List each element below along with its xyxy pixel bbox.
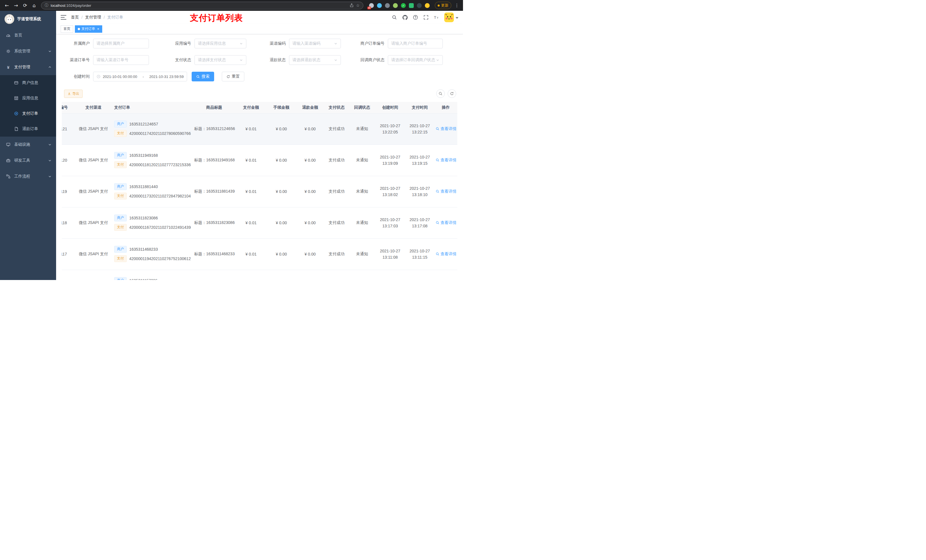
notify-status	[349, 270, 375, 280]
extension-icon-5[interactable]: ✓	[401, 3, 406, 8]
orders-table: 编号 支付渠道 支付订单 商品标题 支付金额 手续金额 退款金额 支付状态 回调…	[62, 102, 457, 280]
view-detail-link[interactable]: 查看详情	[436, 158, 457, 163]
create-time-range-picker[interactable]: 2021-10-01 00:00:00 - 2021-10-31 23:59:5…	[93, 72, 187, 82]
filter-label: 所属商户	[62, 41, 93, 46]
refund-amount: ¥ 0.00	[296, 176, 324, 207]
product-title: 标题：1635311468233	[193, 238, 236, 270]
dashboard-icon	[6, 33, 11, 38]
filter-label: 应用编号	[149, 41, 195, 46]
channel-code-select[interactable]: 请输入渠道编码	[289, 39, 341, 48]
view-detail-link[interactable]: 查看详情	[436, 220, 457, 225]
actions-cell: 查看详情	[434, 207, 457, 238]
search-button[interactable]: 搜索	[192, 72, 214, 82]
pay-status-select[interactable]: 请选择支付状态	[195, 55, 246, 65]
app-logo[interactable]: 芋道管理系统	[0, 11, 56, 27]
view-detail-link[interactable]: 查看详情	[436, 126, 457, 131]
sidebar-item-app-info[interactable]: 应用信息	[0, 91, 56, 106]
browser-back-icon[interactable]: ←	[3, 2, 11, 9]
github-icon[interactable]	[402, 15, 408, 20]
order-id	[62, 270, 75, 280]
tab-home[interactable]: 首页	[61, 25, 73, 33]
app-select[interactable]: 请选择应用信息	[195, 39, 246, 48]
sidebar-item-refund-order[interactable]: 退款订单	[0, 121, 56, 137]
browser-home-icon[interactable]: ⌂	[30, 2, 38, 9]
extension-icons: 10 ✓	[366, 3, 433, 8]
pay-status: 支付成功	[324, 207, 349, 238]
sidebar-item-label: 退款订单	[22, 126, 38, 131]
view-detail-link[interactable]: 查看详情	[436, 189, 457, 194]
sidebar-item-pay-order[interactable]: 支付订单	[0, 106, 56, 121]
sidebar-item-infra[interactable]: 基础设施	[0, 137, 56, 152]
yen-icon: ¥	[6, 65, 11, 70]
hamburger-icon[interactable]	[61, 15, 67, 20]
col-pay-time: 支付时间	[405, 102, 434, 113]
sidebar-item-home[interactable]: 首页	[0, 27, 56, 43]
col-refund: 退款金额	[296, 102, 324, 113]
extension-icon-8[interactable]	[425, 3, 430, 8]
browser-forward-icon[interactable]: →	[12, 2, 20, 9]
extension-icon-4[interactable]	[393, 3, 398, 8]
sidebar-item-payment[interactable]: ¥ 支付管理	[0, 59, 56, 75]
help-icon[interactable]	[413, 15, 418, 20]
search-icon[interactable]	[392, 15, 397, 20]
sidebar-item-label: 研发工具	[14, 158, 30, 163]
create-time-cell: 2021-10-2713:11:08	[375, 238, 405, 270]
tab-close-icon[interactable]: ×	[97, 27, 99, 31]
chevron-down-icon	[239, 58, 243, 62]
table-row: 119 微信 JSAPI 支付 商户 1635311881440 支付 4200…	[62, 176, 457, 207]
notify-status: 未通知	[349, 238, 375, 270]
sidebar-item-label: 首页	[14, 33, 22, 38]
channel-order-no-input[interactable]: 请输入渠道订单号	[93, 55, 149, 65]
view-detail-link[interactable]: 查看详情	[436, 252, 457, 257]
notify-status-select[interactable]: 请选择订单回调商户状态	[388, 55, 443, 65]
reset-button[interactable]: 重置	[222, 72, 244, 82]
extension-icon-3[interactable]	[385, 3, 390, 8]
pay-order-cell: 商户 1635311881440 支付 42000011732021102728…	[112, 176, 193, 207]
sidebar-item-system[interactable]: 系统管理	[0, 43, 56, 59]
gear-icon	[6, 49, 11, 54]
share-icon[interactable]	[350, 3, 354, 8]
bookmark-star-icon[interactable]: ☆	[356, 3, 360, 8]
pay-channel: 微信 JSAPI 支付	[75, 145, 112, 176]
sidebar-item-workflow[interactable]: 工作流程	[0, 169, 56, 184]
chevron-down-icon	[334, 42, 337, 45]
export-button[interactable]: 导出	[64, 90, 83, 98]
pay-amount: ¥ 0.01	[236, 238, 266, 270]
pay-amount: ¥ 0.01	[236, 176, 266, 207]
browser-reload-icon[interactable]: ⟳	[21, 2, 29, 9]
extension-icon-7[interactable]	[417, 3, 422, 8]
sidebar-item-label: 支付管理	[14, 65, 30, 70]
pay-time-cell: 2021-10-2713:22:15	[405, 113, 434, 145]
merchant-order-no-input[interactable]: 请输入商户订单编号	[388, 39, 443, 48]
browser-url-bar[interactable]: ⓘ localhost:1024/pay/order ☆	[41, 2, 363, 9]
extension-icon-6[interactable]	[409, 3, 414, 8]
navbar-actions: TT	[392, 12, 458, 22]
toggle-search-button[interactable]	[436, 89, 445, 98]
site-info-icon[interactable]: ⓘ	[45, 3, 48, 8]
filter-label: 渠道编码	[246, 41, 289, 46]
refund-amount: ¥ 0.00	[296, 238, 324, 270]
font-size-icon[interactable]: TT	[434, 15, 439, 20]
user-menu[interactable]	[444, 12, 458, 22]
url-text: localhost:1024/pay/order	[51, 3, 91, 8]
chevron-down-icon	[436, 58, 439, 62]
breadcrumb-section[interactable]: 支付管理	[85, 15, 101, 20]
tab-pay-order[interactable]: 支付订单 ×	[75, 25, 102, 33]
extension-icon-1[interactable]: 10	[369, 3, 374, 8]
extension-icon-2[interactable]	[377, 3, 382, 8]
product-title: 标题：1635311823086	[193, 207, 236, 238]
merchant-select[interactable]: 请选择所属商户	[93, 39, 149, 48]
pay-amount: ¥ 0.01	[236, 145, 266, 176]
pay-time-cell: 2021-10-2713:11:15	[405, 238, 434, 270]
browser-menu-icon[interactable]: ⋮	[454, 3, 460, 8]
notify-status: 未通知	[349, 176, 375, 207]
browser-update-button[interactable]: 更新	[435, 2, 451, 9]
filter-label: 退款状态	[246, 57, 289, 63]
breadcrumb-home[interactable]: 首页	[71, 15, 79, 20]
refund-status-select[interactable]: 请选择退款状态	[289, 55, 341, 65]
sidebar-item-devtools[interactable]: 研发工具	[0, 152, 56, 169]
merchant-order-no: 1635311823086	[129, 216, 158, 220]
fullscreen-icon[interactable]	[423, 15, 429, 20]
sidebar-item-merchant-info[interactable]: 商户信息	[0, 75, 56, 91]
refresh-button[interactable]	[448, 89, 456, 98]
